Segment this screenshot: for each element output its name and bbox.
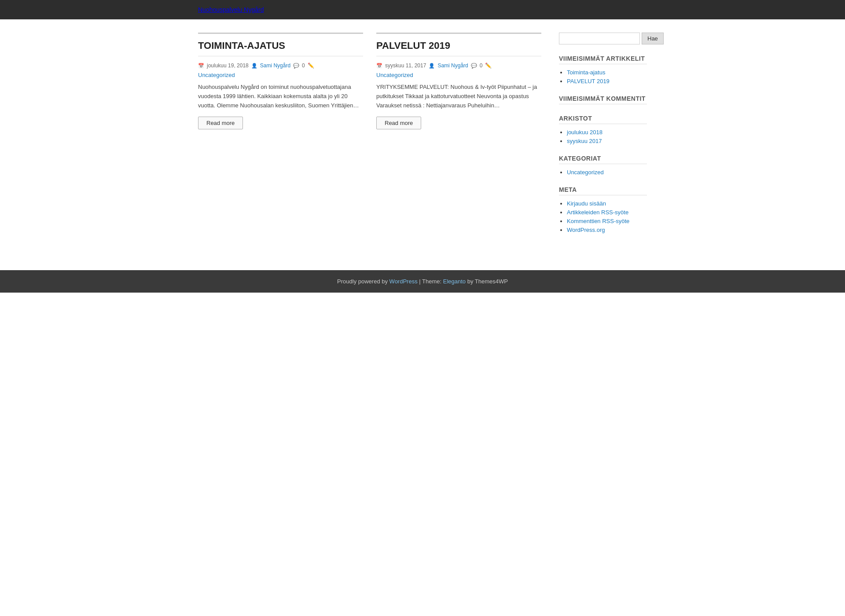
meta-link-3[interactable]: Kommenttien RSS-syöte xyxy=(567,218,629,224)
article-date-1: joulukuu 19, 2018 xyxy=(207,62,249,69)
sidebar-categories: KATEGORIAT Uncategorized xyxy=(559,155,647,176)
list-item: joulukuu 2018 xyxy=(567,128,647,136)
article-palvelut-2019: PALVELUT 2019 📅 syyskuu 11, 2017 👤 Sami … xyxy=(376,33,541,244)
sidebar-recent-comments: VIIMEISIMMÄT KOMMENTIT xyxy=(559,95,647,104)
article-category-2: Uncategorized xyxy=(376,71,541,78)
sidebar-archives: ARKISTOT joulukuu 2018 syyskuu 2017 xyxy=(559,115,647,144)
article-toiminta-ajatus: TOIMINTA-AJATUS 📅 joulukuu 19, 2018 👤 Sa… xyxy=(198,33,363,244)
footer-text-before: Proudly powered by xyxy=(337,278,389,285)
footer-separator: | Theme: xyxy=(418,278,443,285)
article-title-1: TOIMINTA-AJATUS xyxy=(198,40,363,51)
sidebar-recent-articles: VIIMEISIMMÄT ARTIKKELIT Toiminta-ajatus … xyxy=(559,55,647,84)
search-button[interactable]: Hae xyxy=(642,33,664,44)
categories-title: KATEGORIAT xyxy=(559,155,647,164)
list-item: Kirjaudu sisään xyxy=(567,200,647,207)
site-footer: Proudly powered by WordPress | Theme: El… xyxy=(0,270,845,293)
site-title-link[interactable]: Nuohouspalvelu Nygård xyxy=(198,6,264,13)
article-author-link-1[interactable]: Sami Nygård xyxy=(260,62,290,69)
article-comments-2: 0 xyxy=(480,62,483,69)
list-item: Uncategorized xyxy=(567,169,647,176)
calendar-icon-1: 📅 xyxy=(198,63,204,69)
article-category-link-1[interactable]: Uncategorized xyxy=(198,72,235,78)
article-category-link-2[interactable]: Uncategorized xyxy=(376,72,413,78)
list-item: WordPress.org xyxy=(567,226,647,233)
meta-link-1[interactable]: Kirjaudu sisään xyxy=(567,200,606,207)
comment-icon-2: 💬 xyxy=(471,63,477,69)
meta-title: META xyxy=(559,186,647,195)
archive-link-2[interactable]: syyskuu 2017 xyxy=(567,138,602,144)
recent-comments-title: VIIMEISIMMÄT KOMMENTIT xyxy=(559,95,647,104)
user-icon-1: 👤 xyxy=(251,63,257,69)
comment-icon-1: 💬 xyxy=(293,63,299,69)
article-comments-1: 0 xyxy=(302,62,305,69)
content-wrapper: TOIMINTA-AJATUS 📅 joulukuu 19, 2018 👤 Sa… xyxy=(189,33,656,244)
footer-text-after: by Themes4WP xyxy=(466,278,508,285)
sidebar-search: Hae xyxy=(559,33,647,44)
article-author-link-2[interactable]: Sami Nygård xyxy=(437,62,468,69)
read-more-button-2[interactable]: Read more xyxy=(376,117,421,129)
categories-list: Uncategorized xyxy=(559,169,647,176)
recent-article-link-1[interactable]: Toiminta-ajatus xyxy=(567,69,605,76)
recent-article-link-2[interactable]: PALVELUT 2019 xyxy=(567,78,610,84)
read-more-button-1[interactable]: Read more xyxy=(198,117,243,129)
list-item: Artikkeleiden RSS-syöte xyxy=(567,209,647,216)
list-item: Toiminta-ajatus xyxy=(567,69,647,76)
article-divider-2 xyxy=(376,56,541,56)
category-link-1[interactable]: Uncategorized xyxy=(567,169,604,176)
edit-icon-1: ✏️ xyxy=(308,62,314,69)
meta-list: Kirjaudu sisään Artikkeleiden RSS-syöte … xyxy=(559,200,647,233)
site-title: Nuohouspalvelu Nygård xyxy=(198,6,264,13)
article-divider-1 xyxy=(198,56,363,56)
meta-link-2[interactable]: Artikkeleiden RSS-syöte xyxy=(567,209,628,216)
edit-icon-2: ✏️ xyxy=(485,62,492,69)
recent-articles-title: VIIMEISIMMÄT ARTIKKELIT xyxy=(559,55,647,64)
site-header: Nuohouspalvelu Nygård xyxy=(0,0,845,19)
recent-articles-list: Toiminta-ajatus PALVELUT 2019 xyxy=(559,69,647,84)
list-item: Kommenttien RSS-syöte xyxy=(567,217,647,224)
user-icon-2: 👤 xyxy=(429,63,435,69)
meta-link-4[interactable]: WordPress.org xyxy=(567,227,605,233)
list-item: PALVELUT 2019 xyxy=(567,77,647,84)
article-category-1: Uncategorized xyxy=(198,71,363,78)
sidebar-meta: META Kirjaudu sisään Artikkeleiden RSS-s… xyxy=(559,186,647,233)
archive-link-1[interactable]: joulukuu 2018 xyxy=(567,129,603,136)
article-title-2: PALVELUT 2019 xyxy=(376,40,541,51)
article-date-2: syyskuu 11, 2017 xyxy=(385,62,426,69)
article-excerpt-1: Nuohouspalvelu Nygård on toiminut nuohou… xyxy=(198,83,363,110)
list-item: syyskuu 2017 xyxy=(567,137,647,144)
search-input[interactable] xyxy=(559,33,640,44)
archives-title: ARKISTOT xyxy=(559,115,647,124)
theme-link[interactable]: Eleganto xyxy=(443,278,466,285)
article-meta-2: 📅 syyskuu 11, 2017 👤 Sami Nygård 💬 0 ✏️ xyxy=(376,62,541,69)
article-meta-1: 📅 joulukuu 19, 2018 👤 Sami Nygård 💬 0 ✏️ xyxy=(198,62,363,69)
article-excerpt-2: YRITYKSEMME PALVELUT: Nuohous & Iv-työt … xyxy=(376,83,541,110)
calendar-icon-2: 📅 xyxy=(376,63,382,69)
sidebar: Hae VIIMEISIMMÄT ARTIKKELIT Toiminta-aja… xyxy=(559,33,647,244)
main-content: TOIMINTA-AJATUS 📅 joulukuu 19, 2018 👤 Sa… xyxy=(198,33,541,244)
wordpress-link[interactable]: WordPress xyxy=(389,278,418,285)
archives-list: joulukuu 2018 syyskuu 2017 xyxy=(559,128,647,144)
